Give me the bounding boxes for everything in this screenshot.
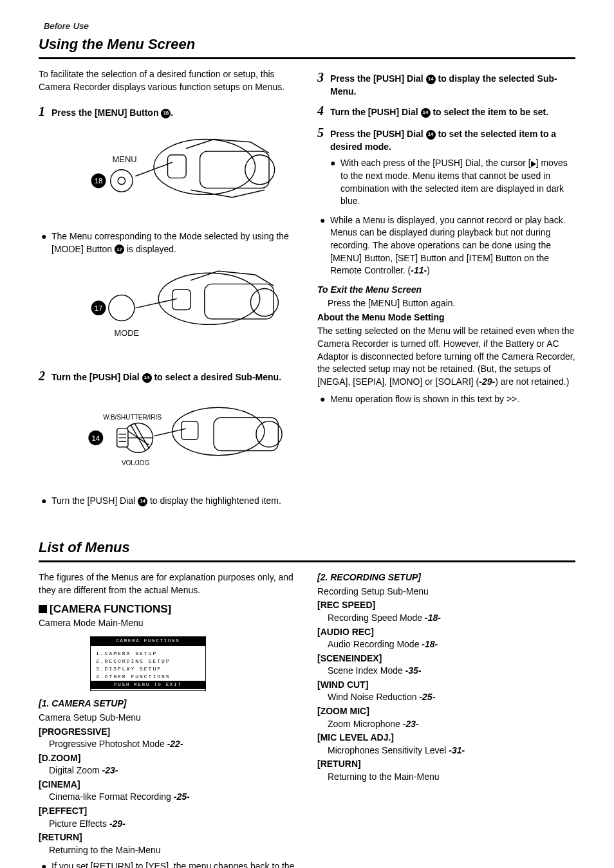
- figure-1-wrap: MENU 18: [39, 125, 297, 221]
- note-bullet-body: While a Menu is displayed, you cannot re…: [330, 214, 575, 277]
- figure-3-wrap: W.B/SHUTTER/IRIS VOL/JOG 14: [39, 390, 297, 486]
- recording-setup-sub: Recording Setup Sub-Menu: [317, 586, 575, 598]
- svg-rect-3: [168, 155, 187, 178]
- item-windcut: [WIND CUT]: [317, 679, 575, 692]
- step-5: 5 Press the [PUSH] Dial 14 to set the se…: [317, 124, 575, 153]
- circled-14b: 14: [138, 497, 147, 506]
- svg-point-2: [245, 155, 275, 185]
- step-4-text: Turn the [PUSH] Dial 14 to select the it…: [330, 106, 575, 119]
- fig-label-mode: MODE: [114, 328, 139, 338]
- right-col-1: 3 Press the [PUSH] Dial 14 to display th…: [317, 68, 575, 513]
- item-peffect-desc: Picture Effects -29-: [49, 818, 297, 831]
- body-columns-2: The figures of the Menus are for explana…: [39, 571, 575, 868]
- item-dzoom-desc: Digital Zoom -23-: [49, 764, 297, 777]
- cam-func-sub: Camera Mode Main-Menu: [39, 617, 297, 630]
- section-title-1: Using the Menu Screen: [39, 35, 575, 55]
- svg-point-4: [111, 170, 133, 192]
- circled-14a: 14: [142, 373, 152, 383]
- left-col-2: The figures of the Menus are for explana…: [39, 571, 297, 868]
- item-miclevel: [MIC LEVEL ADJ.]: [317, 732, 575, 744]
- about-head: About the Menu Mode Setting: [317, 311, 575, 324]
- item-return2: [RETURN]: [317, 758, 575, 771]
- bullet-dot: ●: [317, 214, 330, 277]
- item-return2-desc: Returning to the Main-Menu: [328, 771, 575, 784]
- svg-text:17: 17: [95, 304, 103, 312]
- circled-17: 17: [115, 245, 124, 254]
- svg-rect-1: [200, 151, 269, 188]
- svg-rect-10: [205, 284, 274, 319]
- step5-bullet: ● With each press of the [PUSH] Dial, th…: [328, 157, 575, 207]
- step2-bullet: ● Turn the [PUSH] Dial 14 to display the…: [39, 495, 297, 508]
- before-use-badge: Before Use: [39, 19, 94, 33]
- step2-bullet-body: Turn the [PUSH] Dial 14 to display the h…: [51, 495, 297, 508]
- svg-rect-12: [172, 290, 191, 310]
- step-2: 2 Turn the [PUSH] Dial 14 to select a de…: [39, 367, 297, 385]
- flow-bullet-body: Menu operation flow is shown in this tex…: [330, 393, 575, 406]
- menu-screen-title: CAMERA FUNCTIONS: [91, 637, 205, 646]
- circled-18: 18: [161, 109, 171, 118]
- step-5-text: Press the [PUSH] Dial 14 to set the sele…: [330, 128, 575, 153]
- flow-bullet: ● Menu operation flow is shown in this t…: [317, 393, 575, 406]
- camera-figure-2: MODE 17: [39, 262, 297, 354]
- svg-point-9: [158, 273, 260, 324]
- bullet-dot: ●: [39, 230, 51, 255]
- item-recspeed: [REC SPEED]: [317, 599, 575, 612]
- step-1: 1 Press the [MENU] Button 18.: [39, 102, 297, 120]
- item-sceneindex-desc: Scene Index Mode -35-: [328, 665, 575, 678]
- item-zoommic: [ZOOM MIC]: [317, 705, 575, 718]
- item-progressive-desc: Progressive Photoshot Mode -22-: [49, 738, 297, 751]
- item-sceneindex: [SCENEINDEX]: [317, 652, 575, 665]
- camera-figure-3: W.B/SHUTTER/IRIS VOL/JOG 14: [39, 390, 297, 482]
- svg-text:18: 18: [95, 177, 103, 185]
- item-cinema: [CINEMA]: [39, 779, 297, 791]
- step-num-4: 4: [317, 102, 330, 120]
- intro-text: To facilitate the selection of a desired…: [39, 68, 297, 93]
- svg-rect-18: [214, 418, 278, 451]
- left-col-1: To facilitate the selection of a desired…: [39, 68, 297, 513]
- step-1-text: Press the [MENU] Button 18.: [51, 107, 297, 120]
- step-3-text: Press the [PUSH] Dial 14 to display the …: [330, 73, 575, 98]
- item-dzoom: [D.ZOOM]: [39, 752, 297, 765]
- step5-bullet-body: With each press of the [PUSH] Dial, the …: [340, 157, 575, 207]
- item-return1: [RETURN]: [39, 831, 297, 844]
- step-num-3: 3: [317, 68, 330, 86]
- svg-point-17: [172, 407, 265, 455]
- return-bullet: ● If you set [RETURN] to [YES], the menu…: [39, 860, 297, 868]
- item-zoommic-desc: Zoom Microphone -23-: [328, 718, 575, 731]
- return-bullet-body: If you set [RETURN] to [YES], the menu c…: [51, 860, 297, 868]
- figure-2-wrap: MODE 17: [39, 262, 297, 358]
- svg-point-5: [118, 177, 125, 184]
- exit-body: Press the [MENU] Button again.: [328, 297, 575, 310]
- svg-text:14: 14: [91, 434, 100, 442]
- circled-14d: 14: [421, 108, 431, 118]
- bullet-dot: ●: [39, 860, 51, 868]
- square-bullet-icon: [39, 605, 47, 613]
- svg-line-14: [135, 299, 176, 308]
- item-cinema-desc: Cinema-like Format Recording -25-: [49, 791, 297, 804]
- item-miclevel-desc: Microphones Sensitivity Level -31-: [328, 744, 575, 757]
- section-rule-2: [39, 560, 575, 562]
- fig-label-wb: W.B/SHUTTER/IRIS: [103, 414, 162, 421]
- play-icon: [531, 161, 536, 167]
- recording-setup-title: [2. RECORDING SETUP]: [317, 571, 575, 584]
- item-windcut-desc: Wind Noise Reduction -25-: [328, 691, 575, 704]
- circled-14c: 14: [426, 75, 436, 84]
- camera-figure-1: MENU 18: [39, 125, 297, 217]
- note-bullet: ● While a Menu is displayed, you cannot …: [317, 214, 575, 277]
- step-4: 4 Turn the [PUSH] Dial 14 to select the …: [317, 102, 575, 120]
- fig-label-vol: VOL/JOG: [122, 459, 150, 466]
- item-audiorec-desc: Audio Recording Mode -18-: [328, 638, 575, 651]
- about-body: The setting selected on the Menu will be…: [317, 325, 575, 388]
- right-col-2: [2. RECORDING SETUP] Recording Setup Sub…: [317, 571, 575, 868]
- circled-14e: 14: [426, 130, 436, 140]
- list-intro: The figures of the Menus are for explana…: [39, 571, 297, 596]
- camera-functions-head: [CAMERA FUNCTIONS]: [39, 602, 297, 617]
- step-num-1: 1: [39, 102, 51, 120]
- camera-setup-title: [1. CAMERA SETUP]: [39, 697, 297, 710]
- step1-bullet-body: The Menu corresponding to the Mode selec…: [51, 230, 297, 255]
- step-2-text: Turn the [PUSH] Dial 14 to select a desi…: [51, 371, 297, 384]
- item-audiorec: [AUDIO REC]: [317, 626, 575, 639]
- fig-label-menu: MENU: [113, 154, 137, 164]
- step-num-5: 5: [317, 124, 330, 142]
- step-num-2: 2: [39, 367, 51, 385]
